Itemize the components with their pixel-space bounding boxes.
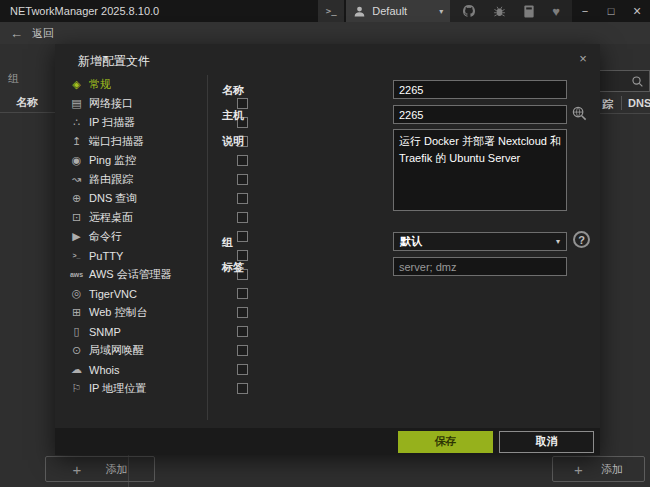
feature-checkbox[interactable] bbox=[237, 231, 248, 242]
sidebar-item-snmp[interactable]: ▯ SNMP bbox=[68, 322, 255, 341]
plus-icon: + bbox=[73, 461, 82, 478]
bg-tab-separator bbox=[621, 96, 622, 110]
feature-checkbox[interactable] bbox=[237, 345, 248, 356]
titlebar-controls: >_ Default ▾ bbox=[318, 0, 650, 22]
documentation-icon[interactable] bbox=[523, 5, 535, 18]
sidebar-item-dns-lookup[interactable]: ⊕ DNS 查询 bbox=[68, 189, 255, 208]
terminal-glyph: >_ bbox=[326, 6, 337, 16]
sidebar-item-remote-desktop[interactable]: ⊡ 远程桌面 bbox=[68, 208, 255, 227]
feature-checkbox[interactable] bbox=[237, 288, 248, 299]
sidebar-item-label: Web 控制台 bbox=[89, 305, 237, 320]
port-scanner-icon: ↥ bbox=[68, 135, 85, 148]
sidebar-item-traceroute[interactable]: ↝ 路由跟踪 bbox=[68, 170, 255, 189]
add-profile-button-right[interactable]: + 添加 bbox=[552, 456, 645, 482]
bg-search-input[interactable] bbox=[596, 70, 650, 92]
terminal-icon[interactable]: >_ bbox=[318, 0, 344, 22]
dialog-divider bbox=[207, 75, 208, 420]
back-label: 返回 bbox=[32, 26, 54, 41]
titlebar-icon-group: ♥ bbox=[450, 0, 572, 22]
ip-scanner-icon: ∴ bbox=[68, 116, 85, 129]
maximize-button[interactable]: □ bbox=[598, 0, 624, 22]
description-label: 说明 bbox=[222, 134, 244, 149]
feature-checkbox[interactable] bbox=[237, 155, 248, 166]
feature-checkbox[interactable] bbox=[237, 326, 248, 337]
chevron-down-icon: ▾ bbox=[439, 7, 443, 16]
sidebar-item-label: Ping 监控 bbox=[89, 153, 237, 168]
sidebar-item-ping-monitor[interactable]: ◉ Ping 监控 bbox=[68, 151, 255, 170]
minimize-button[interactable]: − bbox=[572, 0, 598, 22]
dialog-title: 新增配置文件 bbox=[78, 53, 150, 70]
bg-tab-traceroute-partial[interactable]: 踪 bbox=[602, 97, 613, 112]
powershell-icon: ▶ bbox=[68, 230, 85, 243]
wake-on-lan-icon: ⊙ bbox=[68, 344, 85, 357]
sidebar-item-label: IP 扫描器 bbox=[89, 115, 237, 130]
dialog-close-icon[interactable]: × bbox=[574, 50, 592, 66]
feature-checkbox[interactable] bbox=[237, 212, 248, 223]
heart-icon[interactable]: ♥ bbox=[552, 5, 560, 18]
dialog-footer: 保存 取消 bbox=[55, 428, 600, 455]
titlebar: NETworkManager 2025.8.10.0 >_ Default ▾ bbox=[0, 0, 650, 22]
bg-right-divider bbox=[600, 113, 650, 114]
sidebar-item-tigervnc[interactable]: ◎ TigerVNC bbox=[68, 284, 255, 303]
sidebar-item-label: 局域网唤醒 bbox=[89, 343, 237, 358]
feature-checkbox[interactable] bbox=[237, 174, 248, 185]
sidebar-item-web-console[interactable]: ⊞ Web 控制台 bbox=[68, 303, 255, 322]
name-input[interactable] bbox=[393, 80, 567, 99]
sidebar-item-label: Whois bbox=[89, 364, 237, 376]
tigervnc-icon: ◎ bbox=[68, 287, 85, 300]
name-label: 名称 bbox=[222, 83, 244, 98]
bg-left-divider bbox=[0, 112, 55, 113]
aws-session-manager-icon: aws bbox=[68, 271, 85, 278]
sidebar-item-label: 端口扫描器 bbox=[89, 134, 237, 149]
app-title: NETworkManager 2025.8.10.0 bbox=[10, 5, 318, 17]
person-icon bbox=[353, 5, 366, 18]
bg-tab-dns-partial[interactable]: DNS bbox=[628, 97, 650, 109]
group-selected-value: 默认 bbox=[400, 234, 422, 249]
app-window: NETworkManager 2025.8.10.0 >_ Default ▾ bbox=[0, 0, 650, 487]
host-input[interactable] bbox=[393, 105, 567, 124]
sidebar-item-label: 命令行 bbox=[89, 229, 237, 244]
add-profile-dialog: 新增配置文件 × ◈ 常规 ▤ 网络接口 ∴ IP 扫描器 bbox=[55, 44, 600, 455]
sidebar-item-label: 网络接口 bbox=[89, 96, 237, 111]
back-bar[interactable]: ← 返回 bbox=[0, 22, 650, 44]
profile-name: Default bbox=[372, 5, 407, 17]
bug-icon[interactable] bbox=[493, 5, 506, 18]
description-textarea[interactable]: 运行 Docker 并部署 Nextcloud 和 Traefik 的 Ubun… bbox=[393, 129, 567, 211]
add-profile-button-left[interactable]: + 添加 bbox=[45, 456, 155, 482]
host-resolve-icon[interactable] bbox=[571, 105, 588, 122]
search-icon bbox=[631, 75, 644, 88]
group-help-icon[interactable]: ? bbox=[573, 231, 590, 248]
feature-checkbox[interactable] bbox=[237, 193, 248, 204]
ping-monitor-icon: ◉ bbox=[68, 154, 85, 167]
back-arrow-icon: ← bbox=[10, 26, 23, 41]
group-label: 组 bbox=[222, 235, 233, 250]
plus-icon: + bbox=[574, 461, 583, 478]
bg-group-header: 组 bbox=[8, 71, 19, 86]
sidebar-item-label: 路由跟踪 bbox=[89, 172, 237, 187]
sidebar-item-label: TigerVNC bbox=[89, 288, 237, 300]
remote-desktop-icon: ⊡ bbox=[68, 211, 85, 224]
profile-selector[interactable]: Default ▾ bbox=[346, 0, 450, 22]
sidebar-item-wake-on-lan[interactable]: ⊙ 局域网唤醒 bbox=[68, 341, 255, 360]
group-dropdown[interactable]: 默认 ▾ bbox=[393, 232, 567, 251]
feature-checkbox[interactable] bbox=[237, 307, 248, 318]
save-button[interactable]: 保存 bbox=[398, 431, 493, 453]
web-console-icon: ⊞ bbox=[68, 306, 85, 319]
cancel-button[interactable]: 取消 bbox=[499, 431, 594, 453]
close-window-button[interactable]: × bbox=[624, 0, 650, 22]
sidebar-item-label: DNS 查询 bbox=[89, 191, 237, 206]
sidebar-item-label: 常规 bbox=[89, 77, 237, 92]
traceroute-icon: ↝ bbox=[68, 173, 85, 186]
sidebar-item-label: AWS 会话管理器 bbox=[89, 267, 237, 282]
feature-checkbox[interactable] bbox=[237, 364, 248, 375]
dns-lookup-icon: ⊕ bbox=[68, 192, 85, 205]
ip-geolocation-icon: ⚐ bbox=[68, 382, 85, 395]
sidebar-item-ip-geolocation[interactable]: ⚐ IP 地理位置 bbox=[68, 379, 255, 398]
bg-name-column-header[interactable]: 名称 bbox=[16, 95, 38, 110]
sidebar-item-label: IP 地理位置 bbox=[89, 381, 237, 396]
github-icon[interactable] bbox=[462, 4, 476, 18]
feature-checkbox[interactable] bbox=[237, 383, 248, 394]
tags-input[interactable] bbox=[393, 257, 567, 276]
sidebar-item-whois[interactable]: ☁ Whois bbox=[68, 360, 255, 379]
snmp-icon: ▯ bbox=[68, 325, 85, 338]
